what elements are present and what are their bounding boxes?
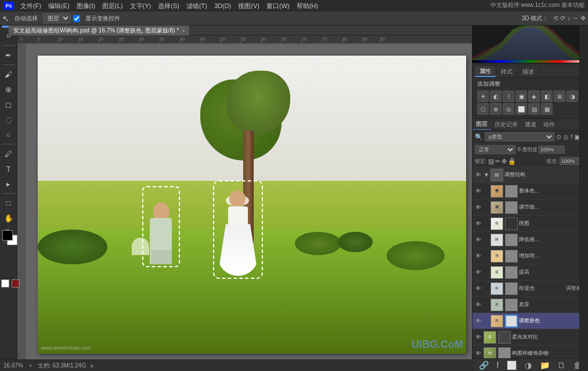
photo-canvas[interactable]: UiBG.CoM www.anwenchao.com	[38, 56, 466, 354]
document-tab[interactable]: 安文超高端修图组WI构构.psd @ 16.7% (调整肤色, 图层蒙版/8) …	[9, 26, 190, 35]
tool-path-select[interactable]: ▸	[2, 177, 16, 191]
adj-exposure[interactable]: ▣	[515, 90, 527, 102]
layers-tab-layers[interactable]: 图层	[472, 119, 491, 130]
layer-item-adjust-color[interactable]: 👁 肤 调整肤色	[472, 313, 588, 329]
layer-item-8[interactable]: 👁 差 差异	[472, 297, 588, 313]
layer-eye-1[interactable]: 👁	[474, 187, 482, 195]
layer-eye-2[interactable]: 👁	[474, 203, 482, 212]
tool-hand[interactable]: ✋	[2, 211, 16, 225]
photo-url: www.anwenchao.com	[41, 345, 91, 351]
adj-channelmix[interactable]: ⊕	[490, 103, 502, 115]
status-arrow[interactable]: ▶	[91, 363, 95, 369]
adj-brightness[interactable]: ☀	[477, 90, 489, 102]
lock-transparent-btn[interactable]: ▨	[488, 158, 494, 165]
tool-shape[interactable]: □	[2, 196, 16, 210]
panel-tab-properties[interactable]: 属性	[475, 66, 496, 77]
layer-eye-7[interactable]: 👁	[474, 285, 482, 293]
layer-eye-8[interactable]: 👁	[474, 301, 482, 309]
tool-eyedropper[interactable]: ✒	[2, 48, 16, 62]
menu-text[interactable]: 文字(Y)	[127, 2, 154, 10]
layer-eye-soft[interactable]: 👁	[474, 333, 482, 341]
adj-levels[interactable]: ◐	[490, 90, 502, 102]
layer-eye-compose[interactable]: 👁	[474, 350, 482, 358]
svg-text:75: 75	[322, 37, 327, 41]
adj-colorlookup[interactable]: ◎	[503, 103, 514, 115]
layer-item-5[interactable]: 👁 增 增加明...	[472, 248, 588, 264]
menu-3d[interactable]: 3D(D)	[211, 2, 234, 9]
layer-group-adjust[interactable]: 👁 ▼ ▤ 调整结构	[472, 167, 588, 183]
blend-mode-select[interactable]: 正常 溶解 正片叠底	[475, 145, 515, 154]
standard-mode-btn[interactable]	[1, 279, 9, 288]
tab-close-button[interactable]: ×	[182, 28, 185, 34]
layer-eye-5[interactable]: 👁	[474, 252, 482, 260]
menu-select[interactable]: 选择(S)	[155, 2, 182, 10]
layer-link-btn[interactable]: 🔗	[477, 361, 490, 370]
layer-mask-btn[interactable]: ⬜	[505, 361, 518, 370]
lock-position-btn[interactable]: ✥	[502, 158, 507, 165]
layer-group-btn[interactable]: 📁	[538, 361, 551, 370]
layers-tab-history[interactable]: 历史记录	[491, 119, 521, 130]
right-icon-bar: AI	[579, 12, 588, 371]
adj-threshold[interactable]: ▦	[541, 103, 553, 115]
filter-toggle-btn[interactable]: ⊙	[556, 133, 561, 141]
layer-item-7[interactable]: 👁 衔 衔逆光 调整树...	[472, 281, 588, 297]
menu-help[interactable]: 帮助(H)	[294, 2, 321, 10]
tool-eraser[interactable]: ◻	[2, 97, 16, 111]
menu-view[interactable]: 视图(V)	[235, 2, 262, 10]
panel-tab-style[interactable]: 样式	[496, 66, 518, 77]
adj-colorbalance[interactable]: ⊞	[554, 90, 565, 102]
lock-pixels-btn[interactable]: ✏	[495, 158, 500, 165]
adj-vibrance[interactable]: ◈	[528, 90, 540, 102]
menu-file[interactable]: 文件(F)	[17, 2, 44, 10]
layer-eye-active[interactable]: 👁	[474, 317, 482, 325]
tool-brush[interactable]: 🖌	[2, 67, 16, 81]
layer-item-3[interactable]: 👁 抠 抠图	[472, 216, 588, 232]
layer-style-btn[interactable]: f	[495, 361, 501, 370]
adj-photo-filter[interactable]: ⬡	[477, 103, 489, 115]
layer-eye-3[interactable]: 👁	[474, 220, 482, 228]
layer-item-4[interactable]: 👁 降 降低画...	[472, 232, 588, 248]
layer-adj-new-btn[interactable]: ◑	[523, 361, 533, 370]
menu-filter[interactable]: 滤镜(T)	[183, 2, 210, 10]
color-swatches[interactable]	[2, 230, 19, 246]
adj-posterize[interactable]: ▤	[528, 103, 540, 115]
panel-tab-desc[interactable]: 描述	[518, 66, 539, 77]
menu-window[interactable]: 窗口(W)	[264, 2, 293, 10]
adj-hsl[interactable]: ◧	[541, 90, 553, 102]
adj-blackwhite[interactable]: ◑	[567, 90, 578, 102]
layer-item-2[interactable]: 👁 调 调节细...	[472, 199, 588, 216]
layer-item-soft-light[interactable]: 👁 柔 柔光灰对比	[472, 329, 588, 345]
layers-tab-actions[interactable]: 动作	[540, 119, 558, 130]
layer-eye-group[interactable]: 👁	[474, 171, 482, 179]
zoom-icon[interactable]: ▼	[28, 363, 33, 369]
adj-invert[interactable]: ⬜	[515, 103, 527, 115]
layer-type-filter[interactable]: p类型 名称 效果	[485, 132, 554, 141]
group-collapse-icon[interactable]: ▼	[484, 172, 489, 178]
foreground-color-swatch[interactable]	[2, 230, 13, 241]
layers-tab-channels[interactable]: 通道	[521, 119, 540, 130]
layer-item-6[interactable]: 👁 提 提高	[472, 264, 588, 281]
layer-mask-active	[505, 315, 518, 328]
lock-all-btn[interactable]: 🔒	[508, 158, 516, 165]
menu-image[interactable]: 图像(I)	[74, 2, 98, 10]
tool-blur[interactable]: ◌	[2, 112, 16, 126]
opacity-input[interactable]	[539, 146, 565, 154]
menu-layer[interactable]: 图层(L)	[99, 2, 125, 10]
menu-edit[interactable]: 编辑(E)	[45, 2, 73, 10]
layer-item-compose[interactable]: 👁 构 构图和修饰杂物	[472, 345, 588, 358]
doc-size: 文档: 63.3M/1.24G	[38, 362, 86, 370]
layer-select-dropdown[interactable]: 图层 组	[43, 13, 71, 23]
layer-fx-btn[interactable]: f	[571, 133, 572, 140]
layer-new-btn[interactable]: 🗋	[555, 361, 567, 370]
tool-text[interactable]: T	[2, 162, 16, 176]
tool-stamp[interactable]: ⊕	[2, 82, 16, 96]
tool-pen[interactable]: 🖊	[2, 147, 16, 161]
layer-item-1[interactable]: 👁 整 整体色...	[472, 183, 588, 199]
layer-visibility-btn[interactable]: ◎	[563, 133, 569, 141]
quick-mask-btn[interactable]	[12, 279, 20, 288]
layer-eye-4[interactable]: 👁	[474, 236, 482, 244]
show-transform-checkbox[interactable]	[73, 15, 80, 22]
adj-curves[interactable]: ⌇	[503, 90, 514, 102]
layer-eye-6[interactable]: 👁	[474, 268, 482, 277]
tool-dodge[interactable]: ○	[2, 128, 16, 141]
